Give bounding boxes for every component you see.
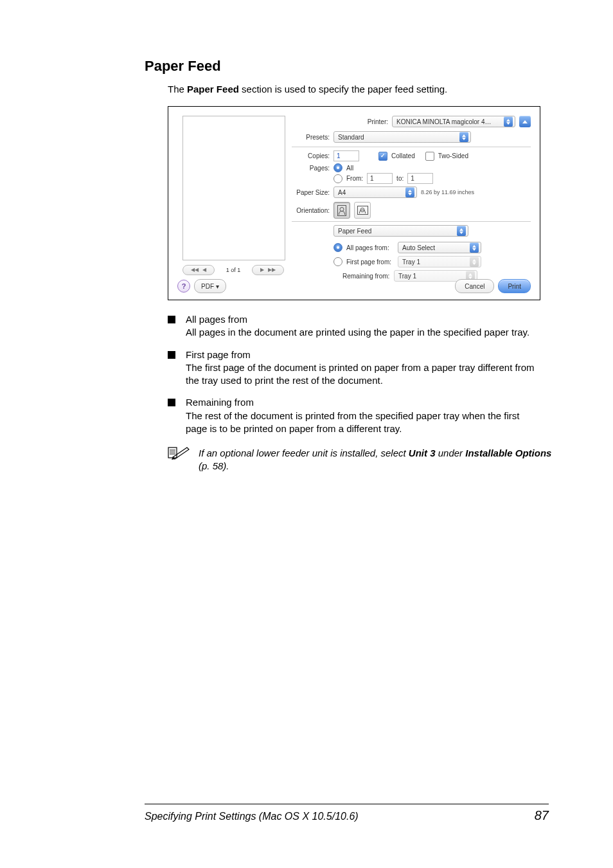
footer-left: Specifying Print Settings (Mac OS X 10.5… [145, 811, 359, 822]
orientation-portrait-button[interactable] [333, 202, 350, 219]
bullet-body: The rest of the document is printed from… [186, 410, 543, 436]
pages-all-label: All [346, 165, 353, 172]
bullet-title: First page from [186, 348, 543, 361]
pdf-menu-label: PDF ▾ [201, 283, 219, 290]
note-bold-2: Installable Options [465, 448, 551, 458]
printer-select-value: KONICA MINOLTA magicolor 4… [396, 118, 504, 125]
presets-select[interactable]: Standard [333, 131, 471, 143]
all-pages-source-value: Auto Select [402, 244, 470, 251]
bullet-body: The first page of the document is printe… [186, 361, 543, 388]
intro-paragraph: The Paper Feed section is used to specif… [168, 84, 543, 95]
chevron-up-down-icon [405, 187, 414, 197]
list-item: First page from The first page of the do… [168, 348, 543, 388]
remaining-source-value: Tray 1 [398, 273, 466, 280]
bullet-list: All pages from All pages in the document… [168, 313, 543, 435]
help-button[interactable]: ? [177, 280, 190, 293]
note-paragraph: If an optional lower feeder unit is inst… [168, 447, 562, 473]
chevron-up-down-icon [459, 132, 468, 142]
pane-select-value: Paper Feed [338, 228, 457, 235]
pages-to-label: to: [396, 175, 404, 182]
collated-label: Collated [391, 152, 415, 159]
preview-first-prev-buttons[interactable]: ◀◀◀ [182, 265, 215, 275]
preview-next-last-buttons[interactable]: ▶▶▶ [252, 265, 284, 275]
footer-page-number: 87 [535, 808, 549, 823]
pages-from-radio[interactable] [333, 174, 342, 183]
print-dialog: ◀◀◀ 1 of 1 ▶▶▶ Printer: KONICA MINOLTA m… [168, 106, 540, 300]
printer-expand-button[interactable] [519, 116, 531, 127]
remaining-from-label: Remaining from: [342, 273, 390, 280]
pages-from-field[interactable]: 1 [367, 173, 393, 184]
pages-to-field[interactable]: 1 [407, 173, 433, 184]
preview-pane [182, 116, 285, 260]
footer-divider [145, 804, 549, 804]
person-portrait-icon [337, 205, 346, 216]
paper-size-value: A4 [338, 189, 405, 196]
bullet-title: All pages from [186, 313, 543, 326]
bullet-body: All pages in the document are printed us… [186, 326, 543, 339]
paper-size-note: 8.26 by 11.69 inches [421, 189, 474, 195]
paper-size-label: Paper Size: [294, 189, 330, 196]
all-pages-from-label: All pages from: [346, 244, 394, 251]
preview-page-count: 1 of 1 [226, 267, 241, 273]
first-page-source-value: Tray 1 [402, 258, 470, 266]
orientation-label: Orientation: [294, 207, 330, 214]
page-footer: Specifying Print Settings (Mac OS X 10.5… [145, 804, 549, 823]
presets-select-value: Standard [338, 134, 459, 141]
svg-rect-0 [168, 448, 177, 458]
cancel-label: Cancel [465, 283, 484, 290]
printer-select[interactable]: KONICA MINOLTA magicolor 4… [392, 116, 515, 127]
intro-bold: Paper Feed [187, 84, 239, 95]
note-text-pre: If an optional lower feeder unit is inst… [199, 448, 409, 458]
chevron-up-down-icon [470, 242, 479, 253]
first-page-radio[interactable] [333, 257, 342, 266]
pane-select[interactable]: Paper Feed [333, 225, 468, 237]
presets-label: Presets: [294, 134, 330, 141]
note-text-mid: under [436, 448, 466, 458]
intro-pre: The [168, 84, 187, 95]
cancel-button[interactable]: Cancel [455, 279, 494, 293]
print-label: Print [508, 283, 521, 290]
pages-from-label: From: [346, 175, 363, 182]
note-bold-1: Unit 3 [409, 448, 436, 458]
pages-from-value: 1 [370, 175, 374, 182]
copies-label: Copies: [294, 152, 330, 159]
chevron-up-down-icon [470, 257, 479, 267]
chevron-up-down-icon [457, 226, 466, 236]
note-icon [168, 446, 191, 460]
orientation-landscape-button[interactable] [354, 202, 371, 219]
paper-size-select[interactable]: A4 [333, 186, 417, 198]
list-item: Remaining from The rest of the document … [168, 396, 543, 435]
person-landscape-icon [357, 206, 368, 215]
print-button[interactable]: Print [498, 279, 531, 293]
pages-all-radio[interactable] [333, 163, 342, 172]
pdf-menu-button[interactable]: PDF ▾ [194, 279, 226, 293]
intro-post: section is used to specify the paper fee… [239, 84, 447, 95]
collated-checkbox[interactable] [378, 152, 387, 161]
printer-label: Printer: [352, 118, 388, 125]
chevron-up-down-icon [504, 116, 513, 127]
first-page-from-label: First page from: [346, 258, 394, 266]
two-sided-label: Two-Sided [438, 152, 468, 159]
pages-to-value: 1 [411, 175, 414, 182]
bullet-title: Remaining from [186, 396, 543, 409]
list-item: All pages from All pages in the document… [168, 313, 543, 339]
all-pages-source-select[interactable]: Auto Select [398, 242, 481, 253]
preview-navigation: ◀◀◀ 1 of 1 ▶▶▶ [182, 265, 284, 275]
all-pages-radio[interactable] [333, 243, 342, 252]
note-text-post: (p. 58). [199, 460, 229, 471]
first-page-source-select: Tray 1 [398, 256, 481, 267]
section-heading: Paper Feed [145, 58, 543, 75]
copies-field[interactable]: 1 [333, 150, 359, 161]
copies-value: 1 [337, 152, 341, 159]
two-sided-checkbox[interactable] [425, 152, 434, 161]
pages-label: Pages: [294, 165, 330, 172]
